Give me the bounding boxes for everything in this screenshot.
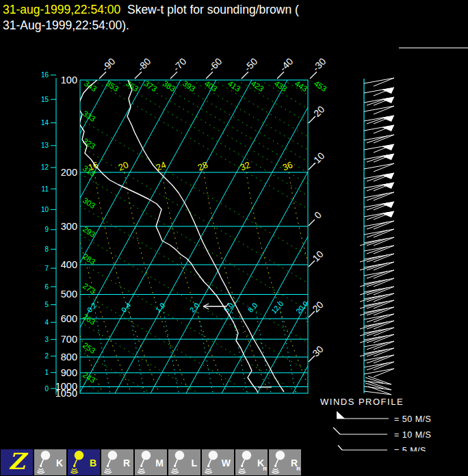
- svg-text:-10: -10: [309, 150, 327, 168]
- mixing-ratio-labels: 0.20.41.02.05.08.012.020.0: [86, 300, 310, 315]
- radiosonde-icon: [271, 450, 287, 475]
- svg-text:253: 253: [81, 341, 97, 356]
- moist-adiabat-labels: 162024283236: [87, 159, 294, 172]
- svg-text:323: 323: [81, 137, 97, 151]
- svg-text:= 50 M/S: = 50 M/S: [394, 414, 431, 424]
- radiosonde-icon: [36, 450, 53, 475]
- svg-text:500: 500: [61, 289, 77, 300]
- svg-text:10: 10: [310, 248, 325, 263]
- radiosonde-icon: [170, 450, 187, 475]
- toolbar-button-kr[interactable]: K R: [235, 449, 268, 475]
- radiosonde-icon: [204, 450, 220, 475]
- wind-legend: = 50 M/S= 10 M/S= 5 M/S: [333, 411, 431, 451]
- svg-text:36: 36: [281, 159, 294, 172]
- svg-text:0: 0: [44, 385, 49, 393]
- svg-text:400: 400: [61, 259, 77, 270]
- svg-text:200: 200: [61, 167, 77, 178]
- button-sublabel: R: [296, 466, 300, 472]
- dry-adiabat-lines: [80, 71, 323, 393]
- svg-text:273: 273: [81, 282, 97, 296]
- button-label: L: [191, 458, 197, 468]
- wind-barbs: [360, 78, 394, 395]
- svg-text:24: 24: [155, 159, 168, 172]
- toolbar-button-b[interactable]: B: [68, 449, 100, 475]
- button-label: B: [90, 458, 96, 468]
- svg-text:423: 423: [250, 79, 265, 94]
- dewpoint-trace: [78, 80, 258, 393]
- toolbar-button-z[interactable]: Z: [1, 449, 33, 475]
- svg-text:20: 20: [310, 299, 325, 314]
- toolbar-button-w[interactable]: W: [202, 449, 234, 475]
- pressure-axis-labels: 10020030040050060070080090010001050: [55, 75, 77, 399]
- svg-text:-20: -20: [309, 104, 327, 122]
- toolbar-button-rr[interactable]: R R: [269, 449, 301, 475]
- svg-text:16: 16: [41, 71, 49, 79]
- svg-text:0.2: 0.2: [86, 301, 99, 314]
- svg-text:800: 800: [61, 352, 77, 362]
- svg-text:1: 1: [44, 369, 49, 376]
- zebra-logo-icon: Z: [1, 448, 33, 474]
- toolbar-button-l[interactable]: L: [168, 449, 200, 475]
- svg-text:WINDS PROFILE: WINDS PROFILE: [320, 397, 404, 407]
- svg-text:13: 13: [41, 142, 49, 149]
- button-label: R: [123, 458, 130, 468]
- radiosonde-icon: [103, 450, 120, 475]
- isotherm-lines: [0, 80, 468, 393]
- svg-text:11: 11: [42, 185, 49, 193]
- svg-text:353: 353: [105, 79, 120, 94]
- svg-text:433: 433: [273, 79, 289, 94]
- button-sublabel: R: [263, 466, 267, 472]
- svg-text:10: 10: [41, 206, 49, 213]
- svg-text:32: 32: [239, 159, 252, 172]
- svg-text:4: 4: [44, 319, 49, 326]
- radiosonde-icon: [237, 450, 254, 475]
- theta-labels: 3333233133032932832732632532433433533633…: [81, 79, 328, 385]
- svg-text:403: 403: [203, 79, 219, 94]
- svg-text:9: 9: [44, 226, 49, 233]
- svg-text:= 10 M/S: = 10 M/S: [394, 430, 431, 440]
- svg-text:303: 303: [81, 196, 97, 211]
- svg-text:413: 413: [226, 79, 242, 94]
- svg-text:-50: -50: [242, 56, 260, 74]
- radiosonde-icon: [137, 450, 153, 475]
- svg-text:363: 363: [125, 79, 140, 94]
- svg-text:600: 600: [61, 313, 77, 324]
- height-axis-km: 012345678910111213141516: [41, 71, 56, 395]
- svg-text:14: 14: [41, 119, 49, 127]
- svg-text:0.4: 0.4: [120, 301, 133, 314]
- svg-text:2.0: 2.0: [188, 301, 201, 314]
- svg-text:373: 373: [143, 79, 159, 94]
- toolbar-button-r[interactable]: R: [101, 449, 133, 475]
- button-label: K: [56, 458, 63, 468]
- top-temperature-labels: -90-80-70-60-50-40-30: [99, 56, 328, 79]
- svg-text:-70: -70: [171, 56, 189, 74]
- svg-text:-90: -90: [100, 56, 118, 74]
- svg-text:0: 0: [312, 209, 324, 221]
- svg-text:-30: -30: [311, 56, 328, 74]
- skewt-chart: 1002003004005006007008009001000105001234…: [0, 0, 468, 451]
- isobar-lines: [80, 80, 308, 393]
- svg-text:2: 2: [44, 352, 49, 360]
- radiosonde-icon: [70, 450, 86, 475]
- svg-text:300: 300: [61, 221, 77, 232]
- svg-text:263: 263: [81, 313, 97, 327]
- svg-text:5: 5: [44, 301, 49, 308]
- mixing-ratio-lines: [94, 304, 320, 393]
- svg-text:100: 100: [61, 75, 77, 85]
- button-label: M: [155, 458, 164, 468]
- svg-text:15: 15: [41, 96, 49, 103]
- svg-text:30: 30: [310, 343, 325, 358]
- svg-text:12: 12: [41, 163, 49, 171]
- svg-text:20: 20: [117, 159, 130, 172]
- right-temperature-labels: -20-100102030: [309, 104, 326, 362]
- winds-profile-title: WINDS PROFILE: [320, 397, 404, 407]
- temperature-trace: [127, 80, 284, 392]
- svg-text:700: 700: [61, 334, 77, 345]
- svg-text:333: 333: [81, 109, 97, 124]
- svg-text:393: 393: [181, 79, 197, 94]
- svg-text:8: 8: [44, 246, 49, 253]
- toolbar-button-m[interactable]: M: [135, 449, 167, 475]
- toolbar-button-k[interactable]: K: [34, 449, 66, 475]
- svg-text:283: 283: [81, 252, 97, 267]
- svg-text:7: 7: [44, 265, 49, 272]
